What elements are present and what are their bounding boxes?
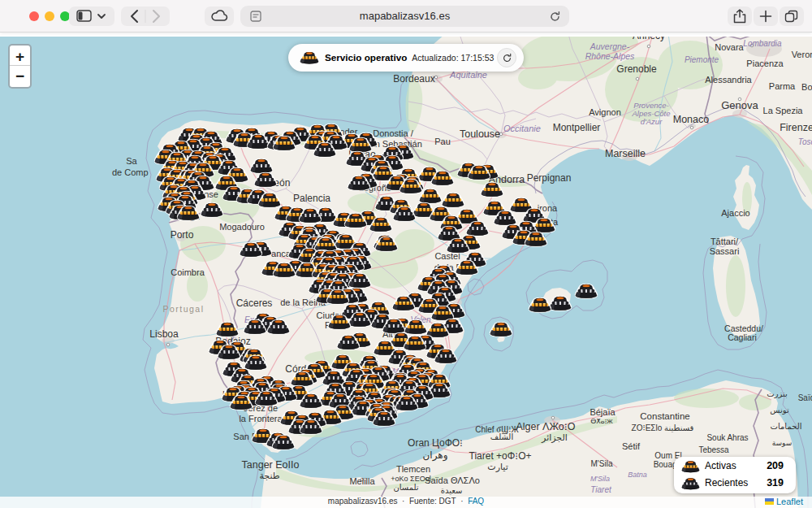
svg-text:Saïd: Saïd bbox=[798, 393, 812, 402]
svg-text:Saïda ΘΛΣΛо: Saïda ΘΛΣΛо bbox=[425, 475, 480, 485]
svg-text:Donostia /: Donostia / bbox=[373, 128, 413, 138]
svg-text:Annecy: Annecy bbox=[633, 37, 665, 41]
svg-text:Melilla: Melilla bbox=[349, 476, 375, 486]
svg-text:Alessandria: Alessandria bbox=[705, 75, 752, 85]
svg-text:تونس: تونس bbox=[770, 406, 789, 415]
svg-text:Souk Ahras: Souk Ahras bbox=[706, 433, 748, 442]
svg-text:M'Sila: M'Sila bbox=[590, 475, 610, 483]
svg-text:de Comp: de Comp bbox=[112, 167, 149, 177]
svg-text:Bordeaux: Bordeaux bbox=[393, 73, 434, 85]
svg-text:Bol: Bol bbox=[801, 82, 812, 92]
svg-text:Tanger ЕoIIо: Tanger ЕoIIо bbox=[242, 459, 300, 471]
svg-text:سعيدة: سعيدة bbox=[441, 486, 463, 495]
svg-text:Rhône-Alpes: Rhône-Alpes bbox=[585, 51, 635, 61]
svg-text:Marseille: Marseille bbox=[605, 148, 646, 159]
svg-text:Cagliari: Cagliari bbox=[728, 332, 757, 342]
svg-text:Avignon: Avignon bbox=[589, 107, 621, 117]
svg-text:Mogadouro: Mogadouro bbox=[219, 222, 265, 232]
svg-text:Coimbra: Coimbra bbox=[171, 267, 205, 277]
svg-text:la Frontera: la Frontera bbox=[239, 414, 283, 423]
svg-text:Tlemcen: Tlemcen bbox=[396, 464, 430, 474]
svg-text:الشلف: الشلف bbox=[490, 432, 513, 441]
svg-text:Alger ΛЖо⁝О: Alger ΛЖо⁝О bbox=[516, 421, 575, 432]
svg-text:تلمسان: تلمسان bbox=[393, 483, 418, 492]
svg-text:Piemonte: Piemonte bbox=[685, 55, 719, 64]
svg-text:Novara: Novara bbox=[715, 42, 744, 52]
svg-text:Béjaïa: Béjaïa bbox=[590, 407, 615, 417]
svg-text:الحمامات: الحمامات bbox=[771, 422, 802, 431]
svg-text:Tebessa: Tebessa bbox=[698, 445, 729, 454]
svg-text:d'Azur: d'Azur bbox=[641, 117, 663, 126]
svg-text:Monaco: Monaco bbox=[673, 114, 710, 125]
svg-text:Perpignan: Perpignan bbox=[527, 172, 572, 184]
svg-text:تيارت: تيارت bbox=[487, 462, 508, 472]
svg-text:Piacenza: Piacenza bbox=[746, 59, 784, 68]
svg-text:الجزائر: الجزائر bbox=[541, 432, 568, 443]
svg-text:Sétif: Sétif bbox=[622, 441, 641, 451]
svg-text:Oran ЦоФО⁝: Oran ЦоФО⁝ bbox=[408, 437, 463, 449]
svg-text:Lombardia: Lombardia bbox=[743, 39, 782, 48]
svg-text:Tāttari/: Tāttari/ bbox=[710, 237, 739, 246]
svg-text:La Spezia: La Spezia bbox=[763, 106, 804, 115]
svg-text:Tiaret: Tiaret bbox=[590, 485, 612, 494]
svg-text:Genova: Genova bbox=[721, 99, 758, 111]
svg-text:بنزرت: بنزرت bbox=[767, 389, 788, 398]
svg-text:Grenoble: Grenoble bbox=[616, 63, 657, 75]
svg-text:Montpellier: Montpellier bbox=[553, 122, 601, 133]
svg-text:Tosca: Tosca bbox=[798, 137, 812, 146]
svg-text:Tiaret +оΦ⁝О+: Tiaret +оΦ⁝О+ bbox=[469, 450, 532, 462]
svg-text:سوسة: سوسة bbox=[772, 439, 793, 447]
svg-text:Batna: Batna bbox=[628, 471, 647, 479]
svg-text:Firenze: Firenze bbox=[780, 122, 812, 133]
svg-text:Lisboa: Lisboa bbox=[149, 328, 179, 340]
svg-text:Portugal: Portugal bbox=[162, 304, 204, 314]
svg-text:Cáceres: Cáceres bbox=[236, 297, 273, 309]
svg-text:Auvergne-: Auvergne- bbox=[590, 41, 630, 51]
svg-text:Ajaccio: Ajaccio bbox=[721, 208, 749, 218]
svg-text:Toulouse: Toulouse bbox=[460, 128, 500, 140]
svg-text:Sa: Sa bbox=[126, 156, 137, 166]
svg-text:ⴱⵅⴰ⁝Ж: ⴱⵅⴰ⁝Ж bbox=[590, 418, 613, 425]
svg-text:Parma: Parma bbox=[769, 81, 796, 91]
svg-text:طنجة: طنجة bbox=[259, 471, 279, 480]
svg-text:وهران: وهران bbox=[423, 449, 448, 462]
svg-text:ΖО⁝ΕΣlо قسنطينة: ΖО⁝ΕΣlо قسنطينة bbox=[632, 423, 694, 432]
svg-text:Veron: Veron bbox=[792, 50, 812, 59]
svg-text:Constantine: Constantine bbox=[640, 411, 689, 421]
svg-text:Sassari: Sassari bbox=[710, 246, 740, 256]
svg-text:Pau: Pau bbox=[434, 137, 451, 146]
svg-text:M'Sila: M'Sila bbox=[591, 459, 613, 468]
svg-text:Palencia: Palencia bbox=[293, 193, 330, 204]
svg-text:Porto: Porto bbox=[171, 229, 194, 241]
svg-text:Occitanie: Occitanie bbox=[503, 124, 541, 133]
